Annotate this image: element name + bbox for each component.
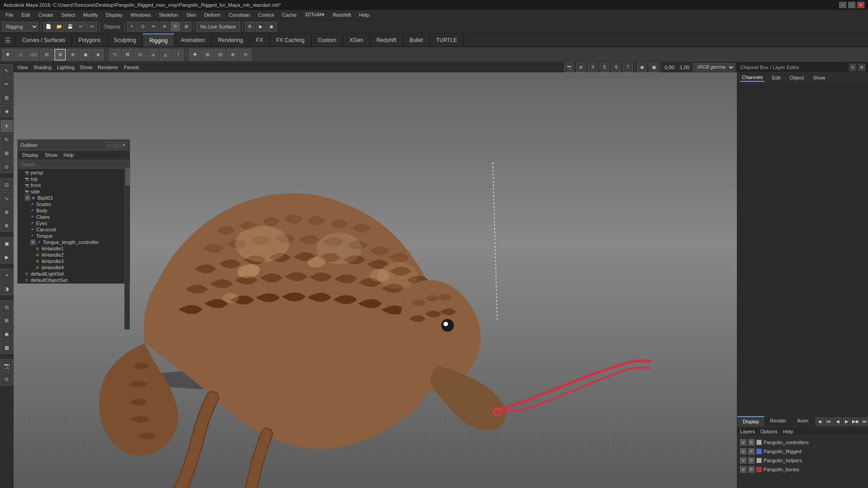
shading-menu-item[interactable]: Shading (32, 64, 53, 71)
menu-cache[interactable]: Cache (278, 11, 300, 19)
tab-turtle[interactable]: TURTLE (430, 33, 464, 47)
snap-view-btn[interactable]: ⊗ (0, 219, 13, 232)
shelf-icon-9[interactable]: ⌥ (109, 49, 121, 61)
tab-fx[interactable]: FX (250, 33, 270, 47)
rotate-btn[interactable]: ↻ (170, 22, 180, 32)
silhouette-btn[interactable]: ◑ (0, 282, 13, 295)
outliner-item-defaultobjectset[interactable]: ⊙ defaultObjectSet (18, 277, 130, 283)
shelf-icon-18[interactable]: ⊕ (227, 49, 239, 61)
tab-custom[interactable]: Custom (311, 33, 343, 47)
scale-btn[interactable]: ⊞ (181, 22, 191, 32)
tab-fx-caching[interactable]: FX Caching (270, 33, 311, 47)
tab-rendering[interactable]: Rendering (212, 33, 250, 47)
outliner-item-ikhandle4[interactable]: ⊗ ikHandle4 (18, 264, 130, 271)
expand-icon-bip001[interactable]: + (25, 195, 30, 201)
undo-btn[interactable]: ↩ (76, 22, 86, 32)
layer-tab-display[interactable]: Display (737, 416, 764, 427)
layer-vp-helpers[interactable]: V (740, 457, 746, 464)
layer-name-controllers[interactable]: Pangolin_controllers (764, 440, 809, 445)
menu-skeleton[interactable]: Skeleton (155, 11, 182, 19)
outliner-item-ikhandle3[interactable]: ⊗ ikHandle3 (18, 258, 130, 264)
move-btn[interactable]: ✛ (160, 22, 170, 32)
snap-point-btn[interactable]: ⊕ (0, 206, 13, 218)
select-mode-btn[interactable]: ↖ (0, 64, 13, 77)
component-btn[interactable]: ◈ (0, 105, 13, 117)
layer-p-rigged[interactable]: P (748, 448, 755, 455)
no-live-surface[interactable]: No Live Surface (196, 22, 240, 32)
cb-settings-btn[interactable]: ⚙ (858, 64, 865, 71)
layer-next-btn[interactable]: ▶ (843, 418, 851, 426)
layer-vp-bones[interactable]: V (740, 466, 746, 473)
outliner-item-side[interactable]: 📷 side (18, 188, 130, 195)
shelf-icon-8[interactable]: ◈ (92, 49, 104, 61)
layer-p-helpers[interactable]: P (748, 457, 755, 464)
quick-render-btn[interactable]: ▶ (0, 251, 13, 263)
layer-name-bones[interactable]: Pangolin_bones (764, 467, 799, 472)
shelf-icon-13[interactable]: ◬ (160, 49, 171, 61)
vp-texture-btn[interactable]: 6 (611, 62, 621, 72)
snap-grid-btn[interactable]: ⊡ (0, 178, 13, 191)
mode-selector[interactable]: Rigging Animation Polygons Rendering (2, 22, 38, 32)
outliner-item-caruncel[interactable]: ↗ Caruncel (18, 226, 130, 233)
outliner-item-ikhandle1[interactable]: ⊗ ikHandle1 (18, 245, 130, 252)
shelf-icon-2[interactable]: ◁ (14, 49, 26, 61)
move-tool-btn[interactable]: ✛ (0, 120, 13, 132)
outliner-item-claws[interactable]: ↗ Claws (18, 214, 130, 220)
menu-skin[interactable]: Skin (183, 11, 199, 19)
ipr-btn[interactable]: ◉ (267, 22, 277, 32)
menu-constrain[interactable]: Constrain (225, 11, 254, 19)
menu-windows[interactable]: Windows (127, 11, 155, 19)
menu-control[interactable]: Control (255, 11, 278, 19)
menu-display[interactable]: Display (103, 11, 126, 19)
render-btn[interactable]: ▶ (256, 22, 266, 32)
menu-redshift[interactable]: Redshift (329, 11, 354, 19)
menu-create[interactable]: Create (35, 11, 57, 19)
outliner-help-menu[interactable]: Help (61, 152, 77, 158)
layer-opt-help[interactable]: Help (783, 429, 793, 434)
cb-tab-edit[interactable]: Edit (770, 74, 782, 81)
shelf-icon-10[interactable]: ⌘ (122, 49, 133, 61)
vp-grid-btn[interactable]: ⊞ (576, 62, 586, 72)
select-btn[interactable]: ↖ (127, 22, 137, 32)
tab-xgen[interactable]: XGen (343, 33, 370, 47)
menu-3dtoall[interactable]: 3DToAll▾ (301, 11, 328, 19)
layer-next-prev-btn[interactable]: ◀ (834, 418, 842, 426)
layer-tab-anim[interactable]: Anim (792, 416, 814, 427)
outliner-show-menu[interactable]: Show (42, 152, 60, 158)
tab-curves-surfaces[interactable]: Curves / Surfaces (16, 33, 72, 47)
rotate-tool-btn[interactable]: ↻ (0, 133, 13, 146)
last-tool-btn[interactable]: ⊙ (0, 160, 13, 173)
tab-bullet[interactable]: Bullet (403, 33, 430, 47)
vp-wire-btn[interactable]: 4 (588, 62, 598, 72)
layer-p-bones[interactable]: P (748, 466, 755, 473)
shelf-icon-4[interactable]: ⊟ (40, 49, 53, 61)
shelf-icon-16[interactable]: ⊞ (202, 49, 213, 61)
shelf-icon-6[interactable]: ⊕ (67, 49, 79, 61)
shelf-icon-1[interactable]: ✱ (2, 49, 14, 61)
vp-render-btn[interactable]: ◉ (637, 62, 647, 72)
outliner-maximize[interactable]: □ (113, 142, 120, 148)
smooth-btn[interactable]: ◉ (0, 328, 13, 340)
outliner-item-front[interactable]: 📷 front (18, 182, 130, 188)
menu-help[interactable]: Help (355, 11, 373, 19)
menu-file[interactable]: File (2, 11, 17, 19)
cb-tab-channels[interactable]: Channels (740, 74, 764, 82)
tab-animation[interactable]: Animation (175, 33, 212, 47)
layer-end-btn[interactable]: ⏭ (861, 418, 868, 426)
shelf-icon-5[interactable]: ⊞ (54, 49, 66, 61)
outliner-item-tongue-ctrl[interactable]: + ↗ Tongue_length_controller (18, 239, 130, 245)
shelf-icon-3[interactable]: ◁◁ (27, 49, 39, 61)
snap-curve-btn[interactable]: ∿ (0, 192, 13, 205)
new-scene-btn[interactable]: 📄 (43, 22, 53, 32)
outliner-display-menu[interactable]: Display (19, 152, 41, 158)
vp-cam-btn[interactable]: 📷 (564, 62, 574, 72)
cb-float-btn[interactable]: ⊡ (849, 64, 856, 71)
create-camera-btn[interactable]: 📷 (0, 359, 13, 372)
show-manipulator-btn[interactable]: ⌖ (0, 269, 13, 282)
scale-tool-btn[interactable]: ⊞ (0, 147, 13, 160)
set-project-btn[interactable]: ⊙ (0, 373, 13, 385)
outliner-scrollbar-thumb[interactable] (125, 168, 130, 186)
expand-icon-tongue-ctrl[interactable]: + (30, 239, 36, 245)
shelf-icon-14[interactable]: ⊺ (172, 49, 184, 61)
view-menu-item[interactable]: View (15, 64, 30, 71)
